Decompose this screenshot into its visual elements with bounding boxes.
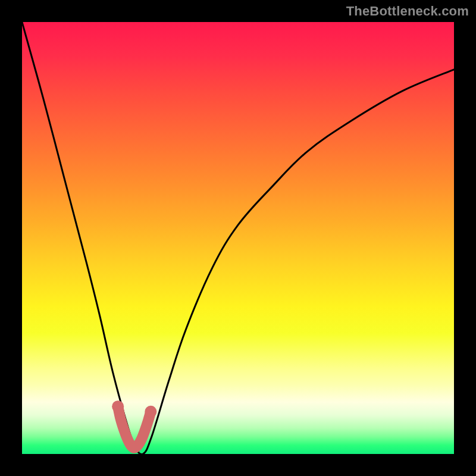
curve-layer — [22, 22, 454, 454]
plot-area — [22, 22, 454, 454]
highlight-endpoint — [112, 400, 124, 412]
highlight-endpoint — [145, 406, 156, 418]
bottleneck-curve — [22, 22, 454, 454]
attribution-text: TheBottleneck.com — [346, 4, 469, 19]
chart-frame: TheBottleneck.com — [0, 0, 476, 476]
